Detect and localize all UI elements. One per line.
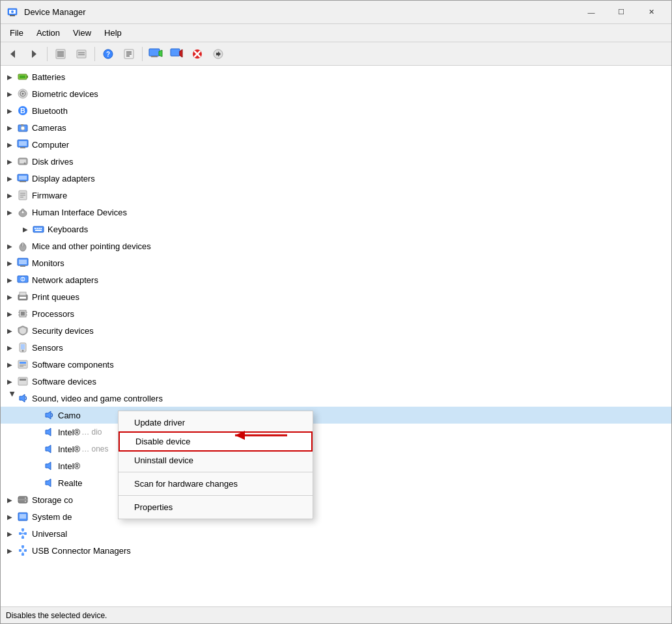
- tree-item-print-queues[interactable]: ▶ Print queues: [1, 288, 671, 305]
- label-intel1: Intel®: [58, 427, 80, 437]
- icon-universal: [16, 527, 29, 540]
- svg-marker-93: [46, 462, 51, 470]
- svg-point-3: [11, 10, 14, 13]
- toolbar-separator-2: [94, 47, 95, 61]
- minimize-button[interactable]: —: [576, 1, 606, 24]
- tree-item-storage[interactable]: ▶ Storage co: [1, 491, 671, 508]
- list-view-button[interactable]: [72, 45, 91, 63]
- chevron-universal: ▶: [3, 527, 16, 540]
- svg-point-45: [24, 163, 26, 165]
- tree-item-sensors[interactable]: ▶ Sensors: [1, 339, 671, 356]
- label-universal: Universal: [32, 529, 67, 539]
- tree-item-batteries[interactable]: ▶ Batteries: [1, 68, 671, 85]
- remove-button[interactable]: [188, 45, 207, 63]
- ctx-properties[interactable]: Properties: [119, 498, 313, 516]
- svg-point-38: [21, 126, 25, 130]
- svg-rect-60: [40, 228, 42, 229]
- tree-item-intel1[interactable]: ▶ Intel® … dio: [1, 424, 671, 441]
- tree-item-biometric[interactable]: ▶ Biometric devices: [1, 85, 671, 102]
- tree-item-display-adapters[interactable]: ▶ Display adapters: [1, 170, 671, 187]
- label-firmware: Firmware: [32, 191, 67, 200]
- tree-item-bluetooth[interactable]: ▶ B Bluetooth: [1, 102, 671, 119]
- label-sensors: Sensors: [32, 343, 63, 353]
- tree-item-realtek[interactable]: ▶ Realte: [1, 474, 671, 491]
- icon-intel3: [42, 459, 55, 472]
- label-bluetooth: Bluetooth: [32, 106, 68, 116]
- close-button[interactable]: ✕: [636, 1, 666, 24]
- main-area: ▶ Batteries ▶ Biometric devices ▶ B Blue…: [1, 66, 671, 606]
- tree-view-button[interactable]: [51, 45, 70, 63]
- tree-item-software-components[interactable]: ▶ Software components: [1, 356, 671, 373]
- tree-item-software-devices[interactable]: ▶ Software devices: [1, 373, 671, 390]
- svg-rect-66: [20, 265, 25, 267]
- forward-button[interactable]: [24, 45, 44, 63]
- svg-rect-104: [21, 536, 24, 539]
- tree-item-cameras[interactable]: ▶ Cameras: [1, 119, 671, 136]
- tree-item-sound-video[interactable]: ▶ Sound, video and game controllers: [1, 390, 671, 407]
- svg-rect-81: [21, 344, 25, 349]
- tree-item-security-devices[interactable]: ▶ Security devices: [1, 322, 671, 339]
- svg-point-34: [22, 93, 24, 95]
- properties-button[interactable]: [119, 45, 139, 63]
- tree-item-hid[interactable]: ▶ Human Interface Devices: [1, 204, 671, 221]
- tree-item-disk-drives[interactable]: ▶ Disk drives: [1, 153, 671, 170]
- svg-rect-88: [20, 379, 26, 381]
- svg-marker-89: [20, 394, 25, 402]
- tree-item-keyboards[interactable]: ▶ Keyboards: [1, 221, 671, 237]
- icon-sensors: [16, 341, 29, 354]
- chevron-keyboards: ▶: [19, 223, 32, 236]
- chevron-sensors: ▶: [3, 341, 16, 354]
- icon-cameras: [16, 121, 29, 134]
- svg-rect-67: [19, 260, 27, 264]
- back-button[interactable]: [3, 45, 23, 63]
- icon-print-queues: [16, 290, 29, 303]
- svg-rect-22: [171, 49, 180, 56]
- update-button[interactable]: [167, 45, 186, 63]
- svg-marker-94: [46, 479, 51, 487]
- label-system-devices: System de: [32, 512, 72, 522]
- tree-item-camo[interactable]: ▶ Camo: [1, 407, 671, 424]
- tree-item-computer[interactable]: ▶ Computer: [1, 136, 671, 153]
- menu-view[interactable]: View: [66, 25, 98, 41]
- label-monitors: Monitors: [32, 258, 64, 268]
- menu-file[interactable]: File: [3, 25, 30, 41]
- device-tree[interactable]: ▶ Batteries ▶ Biometric devices ▶ B Blue…: [1, 66, 671, 606]
- tree-item-universal[interactable]: ▶ Universal: [1, 525, 671, 542]
- help-button[interactable]: ?: [98, 45, 118, 63]
- tree-item-firmware[interactable]: ▶ Firmware: [1, 187, 671, 204]
- monitor-button[interactable]: [146, 45, 165, 63]
- svg-text:?: ?: [106, 51, 110, 58]
- tree-item-intel3[interactable]: ▶ Intel®: [1, 457, 671, 474]
- ctx-uninstall-device[interactable]: Uninstall device: [119, 452, 313, 469]
- svg-rect-47: [20, 181, 26, 182]
- chevron-processors: ▶: [3, 307, 16, 320]
- svg-rect-59: [38, 228, 40, 229]
- chevron-bluetooth: ▶: [3, 104, 16, 117]
- arrow-annotation: [222, 426, 300, 447]
- tree-item-processors[interactable]: ▶ Processors: [1, 305, 671, 322]
- svg-point-97: [25, 498, 26, 499]
- chevron-monitors: ▶: [3, 256, 16, 269]
- tree-item-usb-connector[interactable]: ▶ USB Connector Managers: [1, 542, 671, 559]
- label-disk-drives: Disk drives: [32, 157, 74, 167]
- tree-item-network[interactable]: ▶ Network adapters: [1, 271, 671, 288]
- maximize-button[interactable]: ☐: [606, 1, 636, 24]
- label-intel1-truncated: … dio: [81, 427, 102, 437]
- tree-item-monitors[interactable]: ▶ Monitors: [1, 254, 671, 271]
- icon-software-devices: [16, 375, 29, 388]
- chevron-mice: ▶: [3, 239, 16, 252]
- scan-button[interactable]: [208, 45, 228, 63]
- tree-item-intel2[interactable]: ▶ Intel® … ones: [1, 441, 671, 457]
- svg-rect-30: [27, 75, 28, 78]
- tree-item-mice[interactable]: ▶ Mice and other pointing devices: [1, 237, 671, 254]
- menu-help[interactable]: Help: [98, 25, 128, 41]
- tree-item-system-devices[interactable]: ▶ System de: [1, 508, 671, 525]
- svg-rect-103: [24, 532, 27, 535]
- svg-rect-75: [21, 312, 25, 316]
- label-software-devices: Software devices: [32, 377, 96, 387]
- svg-marker-90: [46, 411, 51, 419]
- label-security-devices: Security devices: [32, 326, 94, 336]
- ctx-scan-hardware[interactable]: Scan for hardware changes: [119, 475, 313, 493]
- menu-action[interactable]: Action: [30, 25, 66, 41]
- svg-rect-111: [24, 549, 27, 552]
